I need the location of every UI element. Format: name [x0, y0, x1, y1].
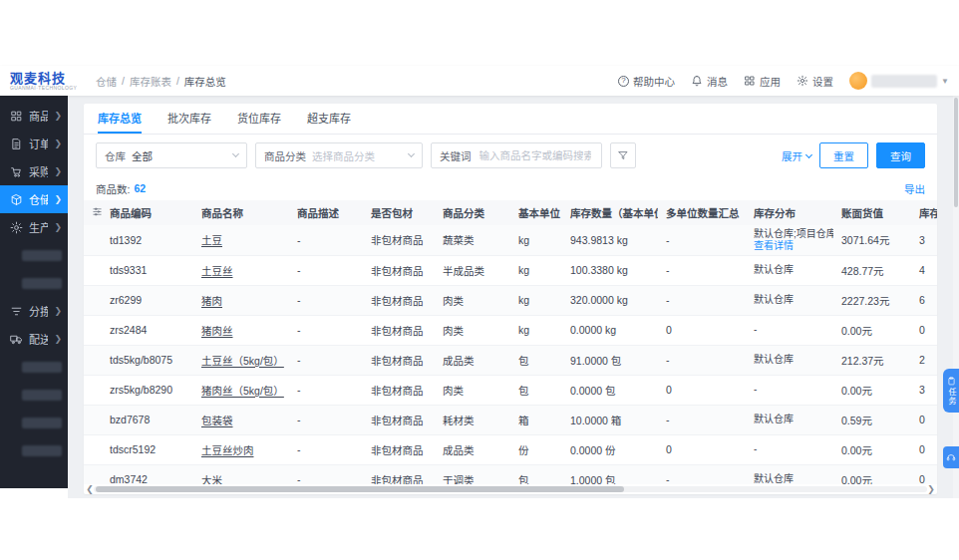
- warehouse-select[interactable]: 仓库 全部: [96, 142, 247, 168]
- column-header[interactable]: 是否包材: [363, 200, 435, 225]
- horizontal-scrollbar[interactable]: ❮ ❯: [84, 484, 937, 494]
- table-row[interactable]: tds9331土豆丝-非包材商品半成品类kg100.3380 kg-默认仓库42…: [84, 255, 937, 285]
- vertical-scrollbar[interactable]: [953, 66, 959, 498]
- scroll-left-arrow[interactable]: ❮: [86, 485, 94, 494]
- column-settings-icon[interactable]: [84, 200, 102, 225]
- sidebar-item-redacted[interactable]: [0, 409, 68, 436]
- vertical-scrollbar-thumb[interactable]: [954, 98, 958, 207]
- redacted-label: [22, 278, 62, 289]
- messages-button[interactable]: 消息: [691, 74, 728, 89]
- product-name-link[interactable]: 包装袋: [201, 415, 233, 426]
- scroll-right-arrow[interactable]: ❯: [927, 485, 935, 494]
- sidebar-item-label: 分拣: [29, 303, 48, 319]
- help-center-button[interactable]: ? 帮助中心: [618, 74, 675, 89]
- breadcrumb-item[interactable]: 库存账表: [130, 74, 171, 89]
- brand-title: 观麦科技: [10, 72, 86, 85]
- scrollbar-thumb[interactable]: [96, 486, 624, 492]
- reset-button[interactable]: 重置: [819, 142, 868, 168]
- chevron-right-icon: ❯: [54, 194, 62, 204]
- cell-category: 成品类: [435, 434, 510, 464]
- product-name-link[interactable]: 猪肉: [201, 295, 222, 307]
- sidebar-item-redacted[interactable]: [0, 241, 68, 269]
- tab-item[interactable]: 货位库存: [237, 104, 281, 134]
- breadcrumb-item: 库存总览: [184, 74, 226, 89]
- service-float-button[interactable]: [943, 446, 959, 468]
- keyword-field[interactable]: 关键词: [431, 142, 602, 168]
- table-row[interactable]: tdscr5192土豆丝炒肉-非包材商品成品类份0.0000 份0-0.00元0: [84, 434, 937, 464]
- cell-stock-distribution: 默认仓库;项目仓库查看详情: [746, 225, 833, 255]
- avatar[interactable]: [849, 72, 867, 90]
- table-row[interactable]: td1392土豆-非包材商品蔬菜类kg943.9813 kg-默认仓库;项目仓库…: [84, 225, 937, 255]
- tab-item[interactable]: 超支库存: [307, 104, 351, 134]
- product-name-link[interactable]: 土豆丝炒肉: [201, 444, 254, 456]
- cell-multi-unit-total: -: [658, 345, 746, 375]
- product-name-link[interactable]: 大米: [201, 474, 222, 485]
- sidebar-item-warehouse[interactable]: 仓储❯: [0, 185, 68, 213]
- column-header[interactable]: 商品编码: [102, 200, 193, 225]
- cell-category: 肉类: [435, 285, 510, 315]
- view-detail-link[interactable]: 查看详情: [754, 240, 794, 251]
- tab-item[interactable]: 批次库存: [167, 104, 211, 134]
- column-header[interactable]: 基本单位: [510, 200, 562, 225]
- column-header[interactable]: 商品分类: [435, 200, 510, 225]
- table-row[interactable]: bzd7678包装袋-非包材商品耗材类箱10.0000 箱-默认仓库0.59元0: [84, 405, 937, 434]
- cell-product-code: zrs2484: [102, 315, 193, 345]
- table-row[interactable]: dm3742大米-非包材商品干调类包1.0000 包-默认仓库0.00元0: [84, 464, 937, 484]
- product-name-link[interactable]: 猪肉丝: [201, 325, 233, 337]
- cell-category: 肉类: [435, 315, 510, 345]
- product-name-link[interactable]: 猪肉丝（5kg/包）: [201, 385, 284, 397]
- sidebar-item-redacted[interactable]: [0, 353, 68, 381]
- product-name-link[interactable]: 土豆丝: [201, 265, 233, 277]
- sidebar-item-goods[interactable]: 商品❯: [0, 102, 68, 130]
- table-row[interactable]: zrs2484猪肉丝-非包材商品肉类kg0.0000 kg0-0.00元0: [84, 315, 937, 345]
- user-menu[interactable]: ▼: [849, 72, 949, 90]
- brand-logo[interactable]: 观麦科技 GUANMAI·TECHNOLOGY: [10, 72, 86, 91]
- advanced-filter-button[interactable]: >: [610, 142, 636, 168]
- column-header[interactable]: 库存分布: [746, 200, 833, 225]
- task-panel-handle[interactable]: 任务: [943, 369, 959, 413]
- column-header[interactable]: 商品名称: [193, 200, 289, 225]
- cell-stock-distribution: 默认仓库: [746, 285, 833, 315]
- sidebar-item-delivery[interactable]: 配送❯: [0, 325, 68, 353]
- row-lead-cell: [84, 375, 102, 405]
- sidebar-item-label: 生产: [29, 219, 48, 235]
- column-header[interactable]: 多单位数量汇总: [658, 200, 746, 225]
- row-lead-cell: [84, 225, 102, 255]
- cell-product-code: tdscr5192: [102, 434, 193, 464]
- export-link[interactable]: 导出: [904, 181, 925, 196]
- column-header[interactable]: 库存数量（基本单位）: [562, 200, 658, 225]
- product-name-link[interactable]: 土豆丝（5kg/包）: [201, 355, 284, 367]
- chevron-down-icon[interactable]: ▼: [941, 77, 949, 86]
- tab-active[interactable]: 库存总览: [98, 104, 142, 134]
- top-header: 观麦科技 GUANMAI·TECHNOLOGY 仓储/库存账表/库存总览 ? 帮…: [0, 66, 959, 96]
- column-header[interactable]: 库存均价: [911, 200, 937, 225]
- scrollbar-track[interactable]: [94, 486, 927, 492]
- search-button[interactable]: 查询: [876, 142, 925, 168]
- keyword-label: 关键词: [440, 148, 472, 163]
- table-row[interactable]: zr6299猪肉-非包材商品肉类kg320.0000 kg-默认仓库2227.2…: [84, 285, 937, 315]
- product-name-link[interactable]: 土豆: [201, 234, 222, 246]
- sidebar-item-redacted[interactable]: [0, 381, 68, 409]
- sidebar-item-redacted[interactable]: [0, 269, 68, 297]
- sidebar-item-purchase[interactable]: 采购❯: [0, 157, 68, 185]
- column-header[interactable]: 账面货值: [833, 200, 911, 225]
- cell-multi-unit-total: -: [658, 225, 746, 255]
- apps-label: 应用: [760, 74, 781, 89]
- expand-link[interactable]: 展开: [782, 148, 811, 163]
- tab-bar: 库存总览批次库存货位库存超支库存: [84, 104, 937, 135]
- sidebar-item-order[interactable]: 订单❯: [0, 130, 68, 157]
- keyword-input[interactable]: [478, 148, 594, 162]
- username-redacted: [871, 75, 937, 88]
- table-row[interactable]: zrs5kg/b8290猪肉丝（5kg/包）-非包材商品肉类包0.0000 包0…: [84, 375, 937, 405]
- table-row[interactable]: tds5kg/b8075土豆丝（5kg/包）-非包材商品成品类包91.0000 …: [84, 345, 937, 375]
- column-header[interactable]: 商品描述: [289, 200, 363, 225]
- apps-button[interactable]: 应用: [744, 74, 781, 89]
- sidebar-item-production[interactable]: 生产❯: [0, 213, 68, 241]
- settings-label: 设置: [812, 74, 833, 89]
- category-select[interactable]: 商品分类 选择商品分类: [255, 142, 423, 168]
- sidebar-item-redacted[interactable]: [0, 436, 68, 464]
- settings-button[interactable]: 设置: [797, 74, 833, 89]
- sidebar-item-sorting[interactable]: 分拣❯: [0, 297, 68, 325]
- breadcrumb-item[interactable]: 仓储: [96, 74, 117, 89]
- chevron-right-icon: ❯: [54, 139, 62, 148]
